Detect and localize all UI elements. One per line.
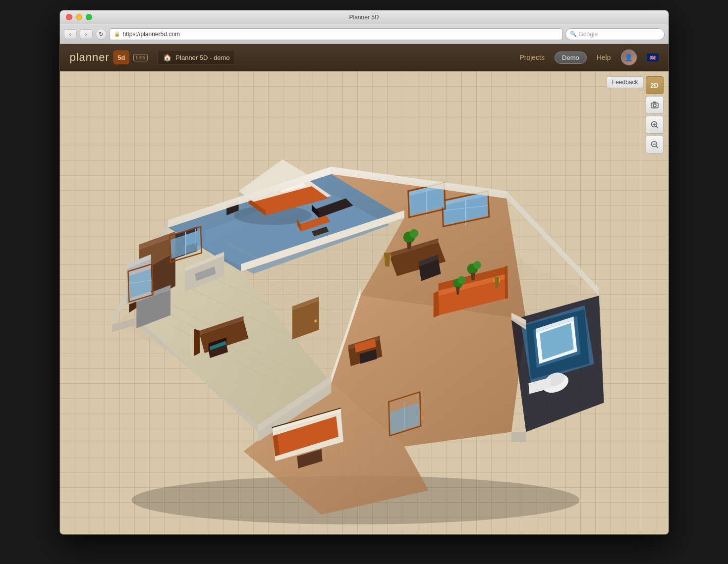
search-placeholder: Google — [579, 31, 598, 38]
search-icon: 🔍 — [570, 31, 577, 37]
screenshot-button[interactable] — [646, 96, 664, 114]
language-flag[interactable]: 🇬🇧 — [647, 53, 659, 61]
canvas-area[interactable]: Feedback 2D — [60, 71, 669, 534]
logo-5d: 5d — [113, 51, 129, 64]
svg-line-7 — [656, 146, 658, 148]
svg-point-100 — [457, 276, 465, 284]
search-bar[interactable]: 🔍 Google — [565, 28, 665, 40]
demo-button[interactable]: Demo — [555, 51, 587, 64]
app-body: planner 5d beta 🏠 Planner 5D - demo Proj… — [60, 44, 669, 534]
svg-point-1 — [653, 104, 656, 107]
close-button[interactable] — [66, 14, 72, 20]
svg-line-3 — [656, 126, 658, 128]
project-name-area[interactable]: 🏠 Planner 5D - demo — [158, 50, 235, 65]
browser-toolbar: ‹ › ↻ 🔒 https://planner5d.com 🔍 Google — [60, 24, 669, 44]
camera-icon — [650, 101, 659, 109]
minimize-button[interactable] — [76, 14, 82, 20]
svg-marker-72 — [194, 329, 200, 356]
svg-point-124 — [314, 319, 317, 322]
mac-window: Planner 5D ‹ › ↻ 🔒 https://planner5d.com… — [59, 10, 669, 535]
floor-plan-3d — [70, 101, 641, 524]
maximize-button[interactable] — [86, 14, 92, 20]
project-icon: 🏠 — [163, 53, 171, 61]
right-panel: 2D — [646, 76, 664, 154]
projects-link[interactable]: Projects — [519, 53, 545, 61]
feedback-button[interactable]: Feedback — [607, 76, 644, 88]
refresh-button[interactable]: ↻ — [96, 29, 107, 40]
floor-plan-svg — [70, 101, 641, 524]
svg-point-142 — [473, 261, 481, 269]
zoom-in-icon — [650, 120, 659, 129]
back-button[interactable]: ‹ — [64, 29, 77, 39]
window-buttons — [66, 14, 92, 20]
header-nav: Projects Demo Help 👤 🇬🇧 — [519, 50, 658, 65]
view-2d-button[interactable]: 2D — [646, 76, 664, 94]
url-text: https://planner5d.com — [123, 31, 180, 38]
logo-area: planner 5d beta — [70, 51, 148, 64]
url-bar[interactable]: 🔒 https://planner5d.com — [110, 28, 562, 40]
help-link[interactable]: Help — [597, 53, 611, 61]
app-header: planner 5d beta 🏠 Planner 5D - demo Proj… — [60, 44, 669, 71]
svg-point-83 — [409, 229, 418, 238]
title-bar: Planner 5D — [60, 10, 669, 24]
project-name: Planner 5D - demo — [175, 54, 229, 61]
logo-text: planner — [70, 51, 110, 64]
lock-icon: 🔒 — [114, 31, 120, 37]
user-avatar[interactable]: 👤 — [621, 50, 637, 65]
svg-marker-87 — [433, 291, 439, 317]
svg-marker-39 — [511, 432, 525, 442]
window-title: Planner 5D — [349, 14, 379, 21]
forward-button[interactable]: › — [80, 29, 93, 39]
beta-badge: beta — [133, 54, 148, 61]
svg-marker-89 — [504, 265, 508, 299]
zoom-in-button[interactable] — [646, 116, 664, 134]
zoom-out-icon — [650, 140, 659, 149]
zoom-out-button[interactable] — [646, 136, 664, 154]
